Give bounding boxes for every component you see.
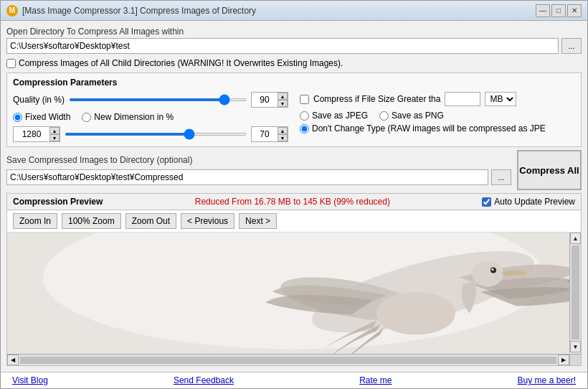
compress-filesize-row: Compress if File Size Greater tha MB: [300, 92, 575, 106]
close-button[interactable]: ✕: [567, 4, 582, 17]
save-png-radio[interactable]: [379, 111, 389, 121]
previous-button[interactable]: < Previous: [181, 213, 234, 229]
scroll-thumb-horizontal[interactable]: [20, 357, 556, 364]
output-path-row: ...: [6, 169, 511, 185]
width-decrement-button[interactable]: ▼: [49, 134, 60, 141]
maximize-button[interactable]: □: [551, 4, 566, 17]
next-button[interactable]: Next >: [239, 213, 277, 229]
rate-me-link[interactable]: Rate me: [359, 375, 392, 385]
output-label: Save Compressed Images to Directory (opt…: [6, 155, 511, 165]
percent-spinner-buttons: ▲ ▼: [278, 127, 288, 141]
visit-blog-link[interactable]: Visit Blog: [12, 375, 48, 385]
main-window: M [Mass Image Compressor 3.1] Compress I…: [0, 0, 588, 389]
zoom-in-button[interactable]: Zoom In: [13, 213, 57, 229]
svg-point-8: [492, 268, 494, 271]
quality-value-input[interactable]: [252, 93, 278, 107]
params-right: Compress if File Size Greater tha MB Sav…: [300, 92, 575, 142]
percent-slider[interactable]: [65, 133, 247, 136]
compress-all-button[interactable]: Compress All: [517, 150, 582, 190]
preview-label: Compression Preview: [13, 197, 103, 207]
filesize-unit-select[interactable]: MB: [485, 92, 516, 106]
directory-section: Open Directory To Compress All Images wi…: [6, 27, 582, 54]
scroll-up-arrow[interactable]: ▲: [570, 233, 581, 244]
directory-label: Open Directory To Compress All Images wi…: [6, 27, 582, 37]
preview-info: Reduced From 16.78 MB to 145 KB (99% red…: [108, 197, 476, 207]
directory-browse-button[interactable]: ...: [561, 38, 582, 54]
compress-filesize-checkbox[interactable]: [300, 95, 309, 104]
params-grid: Quality (in %) ▲ ▼: [13, 92, 575, 142]
minimize-button[interactable]: —: [536, 4, 550, 17]
fixed-width-radio[interactable]: [13, 113, 22, 122]
save-type-rows: Save as JPEG Save as PNG Don't Change Ty…: [300, 111, 575, 133]
child-dirs-checkbox[interactable]: [6, 59, 16, 68]
output-path-container: Save Compressed Images to Directory (opt…: [6, 155, 511, 185]
preview-header: Compression Preview Reduced From 16.78 M…: [7, 194, 581, 210]
directory-path-row: ...: [6, 38, 582, 54]
params-title: Compression Parameters: [13, 78, 575, 88]
save-png-radio-item: Save as PNG: [379, 111, 444, 121]
compress-filesize-label: Compress if File Size Greater tha: [313, 94, 440, 104]
preview-image-area: ▲ ▼ ◀ ▶: [7, 233, 581, 365]
child-dirs-row: Compress Images of All Child Directories…: [6, 58, 582, 68]
preview-controls: Zoom In 100% Zoom Zoom Out < Previous Ne…: [7, 210, 581, 233]
window-controls: — □ ✕: [536, 4, 582, 17]
percent-increment-button[interactable]: ▲: [278, 127, 288, 134]
dont-change-radio-item: Don't Change Type (RAW images will be co…: [300, 123, 575, 133]
dont-change-radio[interactable]: [300, 124, 309, 133]
scroll-corner: [569, 354, 581, 365]
output-browse-button[interactable]: ...: [491, 169, 511, 185]
scroll-right-arrow[interactable]: ▶: [558, 355, 569, 365]
percent-slider-container: [65, 133, 247, 136]
horizontal-scrollbar[interactable]: ◀ ▶: [7, 354, 569, 365]
save-png-label: Save as PNG: [392, 111, 444, 121]
quality-slider[interactable]: [69, 98, 247, 101]
title-bar: M [Mass Image Compressor 3.1] Compress I…: [1, 1, 587, 21]
child-dirs-label: Compress Images of All Child Directories…: [19, 58, 343, 68]
directory-path-input[interactable]: [6, 38, 559, 54]
width-increment-button[interactable]: ▲: [49, 127, 60, 134]
percent-spinner: ▲ ▼: [251, 126, 288, 142]
scroll-down-arrow[interactable]: ▼: [570, 341, 581, 352]
scroll-left-arrow[interactable]: ◀: [7, 355, 19, 365]
save-jpeg-radio-item: Save as JPEG: [300, 111, 368, 121]
save-jpeg-radio[interactable]: [300, 111, 309, 121]
zoom-out-button[interactable]: Zoom Out: [125, 213, 176, 229]
percent-decrement-button[interactable]: ▼: [278, 134, 288, 141]
send-feedback-link[interactable]: Send Feedback: [174, 375, 234, 385]
auto-update-row: Auto Update Preview: [482, 197, 575, 207]
fixed-width-radio-item: Fixed Width: [13, 112, 70, 122]
quality-increment-button[interactable]: ▲: [278, 93, 288, 100]
save-jpeg-png-row: Save as JPEG Save as PNG: [300, 111, 575, 121]
new-dimension-radio[interactable]: [82, 113, 91, 122]
params-section: Compression Parameters Quality (in %) ▲: [6, 72, 582, 147]
quality-slider-container: [69, 98, 247, 101]
auto-update-checkbox[interactable]: [482, 197, 491, 207]
width-row: ▲ ▼ ▲ ▼: [13, 126, 288, 142]
width-spinner: ▲ ▼: [13, 126, 60, 142]
fixed-width-label: Fixed Width: [25, 112, 70, 122]
output-section: Save Compressed Images to Directory (opt…: [6, 150, 582, 190]
vertical-scrollbar[interactable]: ▲ ▼: [569, 233, 581, 352]
dont-change-label: Don't Change Type (RAW images will be co…: [312, 123, 546, 133]
quality-decrement-button[interactable]: ▼: [278, 100, 288, 107]
scroll-thumb-vertical[interactable]: [572, 245, 579, 339]
params-left: Quality (in %) ▲ ▼: [13, 92, 288, 142]
quality-spinner-buttons: ▲ ▼: [278, 93, 288, 107]
bird-preview-image: [7, 233, 581, 365]
quality-label: Quality (in %): [13, 95, 65, 105]
footer: Visit Blog Send Feedback Rate me Buy me …: [1, 372, 587, 388]
auto-update-label: Auto Update Preview: [494, 197, 575, 207]
width-value-input[interactable]: [14, 127, 49, 141]
window-title: [Mass Image Compressor 3.1] Compress Ima…: [22, 6, 536, 16]
width-spinner-buttons: ▲ ▼: [49, 127, 60, 141]
buy-beer-link[interactable]: Buy me a beer!: [518, 375, 576, 385]
percent-value-input[interactable]: [252, 127, 278, 141]
output-path-input[interactable]: [6, 169, 488, 185]
zoom-100-button[interactable]: 100% Zoom: [62, 213, 121, 229]
dimension-type-row: Fixed Width New Dimension in %: [13, 112, 288, 122]
app-icon: M: [6, 5, 18, 17]
preview-section: Compression Preview Reduced From 16.78 M…: [6, 193, 582, 366]
svg-point-6: [472, 261, 503, 287]
filesize-value-input[interactable]: [445, 92, 480, 106]
new-dimension-label: New Dimension in %: [94, 112, 174, 122]
